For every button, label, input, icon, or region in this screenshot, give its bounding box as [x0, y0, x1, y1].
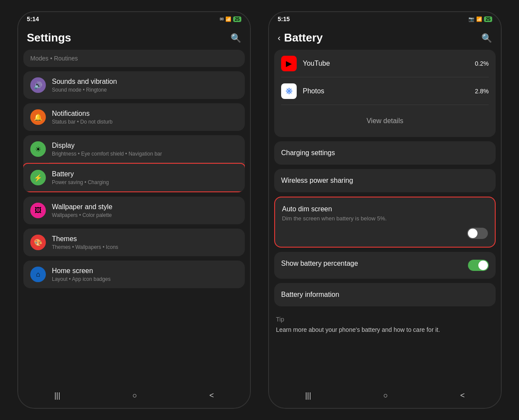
status-time-left: 5:14	[27, 16, 39, 22]
homescreen-group[interactable]: ⌂ Home screen Layout • App icon badges	[23, 261, 245, 288]
photos-name: Photos	[303, 87, 475, 95]
auto-dim-toggle-container	[282, 228, 488, 239]
wallpaper-group[interactable]: 🖼 Wallpaper and style Wallpapers • Color…	[23, 197, 245, 224]
themes-group[interactable]: 🎨 Themes Themes • Wallpapers • Icons	[23, 229, 245, 256]
photos-row[interactable]: ❋ Photos 2.8%	[274, 77, 496, 105]
youtube-row[interactable]: ▶ YouTube 0.2%	[274, 50, 496, 77]
sounds-item[interactable]: 🔊 Sounds and vibration Sound mode • Ring…	[23, 71, 245, 99]
youtube-icon: ▶	[281, 56, 297, 71]
themes-title: Themes	[52, 235, 238, 243]
auto-dim-row: Auto dim screen Dim the screen when batt…	[282, 205, 488, 223]
battery-badge-right: 25	[484, 16, 492, 22]
nav-home-left[interactable]: ○	[132, 391, 137, 400]
show-battery-title: Show battery percentage	[281, 260, 468, 267]
notifications-icon: 🔔	[30, 109, 46, 125]
show-battery-info: Show battery percentage	[281, 260, 468, 267]
notifications-item[interactable]: 🔔 Notifications Status bar • Do not dist…	[23, 103, 245, 131]
display-battery-group: ☀ Display Brightness • Eye comfort shiel…	[23, 135, 245, 192]
homescreen-icon: ⌂	[30, 267, 46, 282]
wallpaper-item[interactable]: 🖼 Wallpaper and style Wallpapers • Color…	[23, 197, 245, 224]
nav-back-left[interactable]: <	[209, 391, 214, 400]
wireless-power-sharing-option[interactable]: Wireless power sharing	[274, 169, 496, 192]
notifications-title: Notifications	[52, 110, 238, 118]
status-icons-left: ✉ 📶 25	[220, 16, 241, 22]
homescreen-title: Home screen	[52, 267, 238, 275]
sounds-text: Sounds and vibration Sound mode • Ringto…	[52, 78, 238, 93]
battery-content: ▶ YouTube 0.2% ❋ Photos 2.8% View detail…	[269, 50, 501, 395]
modes-group: Modes • Routines	[23, 50, 245, 67]
status-bar-right: 5:15 📷 📶 25	[269, 12, 501, 24]
auto-dim-title: Auto dim screen	[282, 205, 488, 213]
view-details-button[interactable]: View details	[281, 111, 489, 131]
auto-dim-option[interactable]: Auto dim screen Dim the screen when batt…	[274, 197, 496, 248]
display-item[interactable]: ☀ Display Brightness • Eye comfort shiel…	[23, 135, 245, 163]
left-phone: 5:14 ✉ 📶 25 Settings 🔍 Modes • Routines …	[17, 11, 251, 409]
right-phone: 5:15 📷 📶 25 ‹ Battery 🔍 ▶ YouTube	[268, 11, 502, 409]
battery-information-option[interactable]: Battery information	[274, 283, 496, 306]
apps-usage-group: ▶ YouTube 0.2% ❋ Photos 2.8% View detail…	[274, 50, 496, 137]
back-button[interactable]: ‹	[278, 33, 281, 43]
wallpaper-text: Wallpaper and style Wallpapers • Color p…	[52, 203, 238, 218]
nav-home-right[interactable]: ○	[383, 391, 388, 400]
settings-content: Modes • Routines 🔊 Sounds and vibration …	[18, 50, 250, 395]
wifi-icon: 📶	[225, 16, 231, 22]
themes-subtitle: Themes • Wallpapers • Icons	[52, 244, 238, 250]
auto-dim-info: Auto dim screen Dim the screen when batt…	[282, 205, 488, 223]
battery-icon: ⚡	[30, 170, 46, 185]
photo-icon-status: 📷	[468, 16, 474, 22]
wallpaper-title: Wallpaper and style	[52, 203, 238, 211]
show-battery-row: Show battery percentage	[281, 260, 489, 271]
battery-information-title: Battery information	[281, 291, 489, 299]
nav-recents-left[interactable]: |||	[54, 391, 60, 400]
status-icons-right: 📷 📶 25	[468, 16, 492, 22]
notifications-group[interactable]: 🔔 Notifications Status bar • Do not dist…	[23, 103, 245, 131]
sounds-group[interactable]: 🔊 Sounds and vibration Sound mode • Ring…	[23, 71, 245, 99]
show-battery-option[interactable]: Show battery percentage	[274, 252, 496, 279]
themes-text: Themes Themes • Wallpapers • Icons	[52, 235, 238, 250]
status-time-right: 5:15	[278, 16, 290, 22]
modes-item[interactable]: Modes • Routines	[23, 50, 245, 67]
wallpaper-subtitle: Wallpapers • Color palette	[52, 212, 238, 218]
battery-title: Battery	[52, 170, 238, 178]
nav-recents-right[interactable]: |||	[305, 391, 311, 400]
wifi-icon-right: 📶	[476, 16, 482, 22]
battery-item[interactable]: ⚡ Battery Power saving • Charging	[23, 163, 245, 192]
homescreen-subtitle: Layout • App icon badges	[52, 276, 238, 282]
tip-text: Learn more about your phone's battery an…	[276, 325, 494, 334]
battery-badge-left: 25	[233, 16, 241, 22]
wireless-power-title: Wireless power sharing	[281, 177, 489, 185]
charging-settings-option[interactable]: Charging settings	[274, 141, 496, 165]
tip-section: Tip Learn more about your phone's batter…	[274, 311, 496, 340]
sounds-title: Sounds and vibration	[52, 78, 238, 86]
nav-bar-right: ||| ○ <	[269, 386, 501, 408]
display-icon: ☀	[30, 141, 46, 157]
nav-back-right[interactable]: <	[460, 391, 465, 400]
youtube-name: YouTube	[303, 60, 475, 67]
homescreen-text: Home screen Layout • App icon badges	[52, 267, 238, 282]
photos-usage: 2.8%	[475, 88, 489, 95]
themes-icon: 🎨	[30, 235, 46, 250]
view-details-row[interactable]: View details	[274, 105, 496, 137]
settings-header: Settings 🔍	[18, 24, 250, 50]
youtube-usage: 0.2%	[475, 60, 489, 67]
auto-dim-subtitle: Dim the screen when battery is below 5%.	[282, 215, 488, 223]
sounds-subtitle: Sound mode • Ringtone	[52, 87, 238, 93]
tip-label: Tip	[276, 316, 494, 323]
wallpaper-icon: 🖼	[30, 203, 46, 218]
nav-bar-left: ||| ○ <	[18, 386, 250, 408]
show-battery-toggle[interactable]	[468, 260, 489, 271]
status-bar-left: 5:14 ✉ 📶 25	[18, 12, 250, 24]
homescreen-item[interactable]: ⌂ Home screen Layout • App icon badges	[23, 261, 245, 288]
notifications-subtitle: Status bar • Do not disturb	[52, 119, 238, 125]
notifications-text: Notifications Status bar • Do not distur…	[52, 110, 238, 125]
themes-item[interactable]: 🎨 Themes Themes • Wallpapers • Icons	[23, 229, 245, 256]
auto-dim-toggle[interactable]	[467, 228, 488, 239]
display-title: Display	[52, 142, 238, 150]
battery-header-left: ‹ Battery	[278, 31, 323, 45]
settings-title: Settings	[27, 31, 71, 45]
search-icon-right[interactable]: 🔍	[481, 33, 492, 43]
message-icon: ✉	[220, 16, 224, 22]
battery-header: ‹ Battery 🔍	[269, 24, 501, 50]
charging-settings-title: Charging settings	[281, 149, 489, 157]
search-icon-left[interactable]: 🔍	[231, 33, 241, 43]
